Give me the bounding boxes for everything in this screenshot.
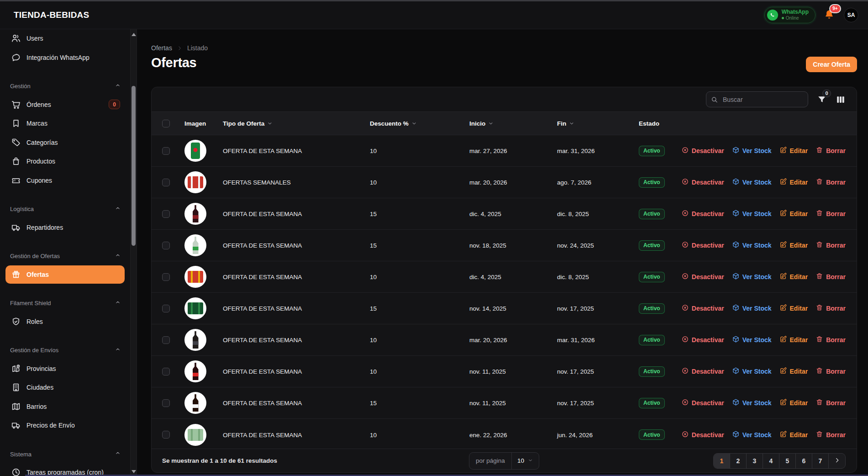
row-action-desactivar[interactable]: Desactivar xyxy=(681,146,724,155)
row-action-ver-stock[interactable]: Ver Stock xyxy=(732,209,772,218)
row-action-desactivar[interactable]: Desactivar xyxy=(681,335,724,344)
sidebar-item-roles[interactable]: Roles xyxy=(5,312,125,331)
sidebar-group-header[interactable]: Gestión de Envíos xyxy=(5,341,125,360)
bag-icon xyxy=(11,156,21,166)
row-action-ver-stock[interactable]: Ver Stock xyxy=(732,335,772,344)
row-action-desactivar[interactable]: Desactivar xyxy=(681,209,724,218)
column-header-descuento[interactable]: Descuento % xyxy=(370,120,469,127)
row-action-desactivar[interactable]: Desactivar xyxy=(681,430,724,439)
sidebar-item-precios-de-env-o[interactable]: Precios de Envío xyxy=(5,416,125,434)
row-action-desactivar[interactable]: Desactivar xyxy=(681,272,724,281)
create-offer-button[interactable]: Crear Oferta xyxy=(806,57,857,72)
user-avatar[interactable]: SA xyxy=(844,8,858,22)
pagination-page-3[interactable]: 3 xyxy=(747,454,763,468)
pagination-page-7[interactable]: 7 xyxy=(812,454,829,468)
status-badge: Activo xyxy=(639,366,665,377)
row-action-ver-stock[interactable]: Ver Stock xyxy=(732,178,772,187)
row-action-editar[interactable]: Editar xyxy=(779,367,808,376)
column-header-fin[interactable]: Fin xyxy=(557,120,639,127)
whatsapp-status-pill[interactable]: WhatsApp Online xyxy=(764,7,815,23)
sidebar-item-cupones[interactable]: Cupones xyxy=(5,171,125,190)
row-action-editar[interactable]: Editar xyxy=(779,335,808,344)
sidebar-scrollbar[interactable] xyxy=(130,29,137,476)
sidebar-item-provincias[interactable]: Provincias xyxy=(5,360,125,378)
sidebar-group-header[interactable]: Logística xyxy=(5,200,125,218)
row-action-borrar[interactable]: Borrar xyxy=(815,304,846,313)
sidebar-item-categor-as[interactable]: Categorías xyxy=(5,133,125,152)
pagination-page-4[interactable]: 4 xyxy=(763,454,779,468)
row-action-ver-stock[interactable]: Ver Stock xyxy=(732,304,772,313)
row-action-borrar[interactable]: Borrar xyxy=(815,335,846,344)
row-action-desactivar[interactable]: Desactivar xyxy=(681,178,724,187)
pagination-page-5[interactable]: 5 xyxy=(779,454,796,468)
row-action-desactivar[interactable]: Desactivar xyxy=(681,241,724,250)
sidebar-group-header[interactable]: Gestión de Ofertas xyxy=(5,247,125,265)
sidebar-group-header[interactable]: Filament Shield xyxy=(5,294,125,312)
row-action-borrar[interactable]: Borrar xyxy=(815,272,846,281)
map-pin-icon xyxy=(11,364,21,374)
per-page-value[interactable]: 10 xyxy=(511,453,539,469)
x-circle-icon xyxy=(681,241,689,250)
sidebar-group-label: Logística xyxy=(10,206,34,212)
pagination-page-2[interactable]: 2 xyxy=(730,454,747,468)
row-action-editar[interactable]: Editar xyxy=(779,241,808,250)
sidebar-item-rdenes[interactable]: Órdenes0 xyxy=(5,95,125,114)
breadcrumb-parent[interactable]: Ofertas xyxy=(151,44,172,52)
sidebar-group-header[interactable]: Gestión xyxy=(5,77,125,95)
sidebar-item-productos[interactable]: Productos xyxy=(5,152,125,170)
row-action-borrar[interactable]: Borrar xyxy=(815,146,846,155)
sidebar-group-header[interactable]: Sistema xyxy=(5,445,125,463)
row-action-editar[interactable]: Editar xyxy=(779,146,808,155)
row-action-editar[interactable]: Editar xyxy=(779,209,808,218)
row-action-borrar[interactable]: Borrar xyxy=(815,241,846,250)
column-header-tipo-de-oferta[interactable]: Tipo de Oferta xyxy=(223,120,370,127)
row-action-ver-stock[interactable]: Ver Stock xyxy=(732,367,772,376)
row-action-ver-stock[interactable]: Ver Stock xyxy=(732,241,772,250)
row-action-editar[interactable]: Editar xyxy=(779,430,808,439)
sidebar-item-ciudades[interactable]: Ciudades xyxy=(5,378,125,397)
sidebar-item-tareas-programadas-cron[interactable]: Tareas programadas (cron) xyxy=(5,463,125,476)
status-badge: Activo xyxy=(639,177,665,188)
row-action-ver-stock[interactable]: Ver Stock xyxy=(732,272,772,281)
sidebar-item-barrios[interactable]: Barrios xyxy=(5,397,125,416)
row-action-ver-stock[interactable]: Ver Stock xyxy=(732,398,772,407)
scrollbar-down-arrow[interactable] xyxy=(132,470,136,473)
row-action-editar[interactable]: Editar xyxy=(779,398,808,407)
sidebar-item-integraci-n-whatsapp[interactable]: Integración WhatsApp xyxy=(5,48,125,67)
column-header-estado: Estado xyxy=(639,120,857,127)
row-action-borrar[interactable]: Borrar xyxy=(815,398,846,407)
row-action-borrar[interactable]: Borrar xyxy=(815,209,846,218)
scrollbar-up-arrow[interactable] xyxy=(132,33,136,36)
pagination-page-6[interactable]: 6 xyxy=(796,454,812,468)
end-date: mar. 31, 2026 xyxy=(557,337,595,344)
sidebar-item-repartidores[interactable]: Repartidores xyxy=(5,218,125,237)
row-action-ver-stock[interactable]: Ver Stock xyxy=(732,146,772,155)
row-action-editar[interactable]: Editar xyxy=(779,304,808,313)
notifications-button[interactable]: 9+ xyxy=(824,9,836,21)
filter-button[interactable]: 0 xyxy=(817,95,827,105)
row-action-editar[interactable]: Editar xyxy=(779,272,808,281)
row-action-borrar[interactable]: Borrar xyxy=(815,430,846,439)
sidebar-item-marcas[interactable]: Marcas xyxy=(5,114,125,132)
row-action-ver-stock[interactable]: Ver Stock xyxy=(732,430,772,439)
row-action-borrar[interactable]: Borrar xyxy=(815,367,846,376)
sidebar-item-ofertas[interactable]: Ofertas xyxy=(5,265,125,284)
row-action-desactivar[interactable]: Desactivar xyxy=(681,398,724,407)
sidebar-item-users[interactable]: Users xyxy=(5,29,125,48)
offer-type: OFERTA DE ESTA SEMANA xyxy=(223,305,302,312)
scrollbar-thumb[interactable] xyxy=(132,86,136,246)
row-action-desactivar[interactable]: Desactivar xyxy=(681,304,724,313)
x-circle-icon xyxy=(681,272,689,281)
column-header-inicio[interactable]: Inicio xyxy=(469,120,557,127)
app-logo[interactable]: TIENDA-BEBIDAS xyxy=(14,10,89,20)
pagination-page-1[interactable]: 1 xyxy=(714,454,730,468)
row-action-editar[interactable]: Editar xyxy=(779,178,808,187)
trash-icon xyxy=(815,398,823,407)
row-action-desactivar[interactable]: Desactivar xyxy=(681,367,724,376)
toggle-columns-button[interactable] xyxy=(836,95,846,105)
pagination-next-button[interactable] xyxy=(829,454,845,468)
search-input[interactable] xyxy=(706,91,808,107)
row-action-borrar[interactable]: Borrar xyxy=(815,178,846,187)
sidebar-item-badge: 0 xyxy=(109,100,120,109)
sidebar-item-label: Precios de Envío xyxy=(26,422,75,429)
